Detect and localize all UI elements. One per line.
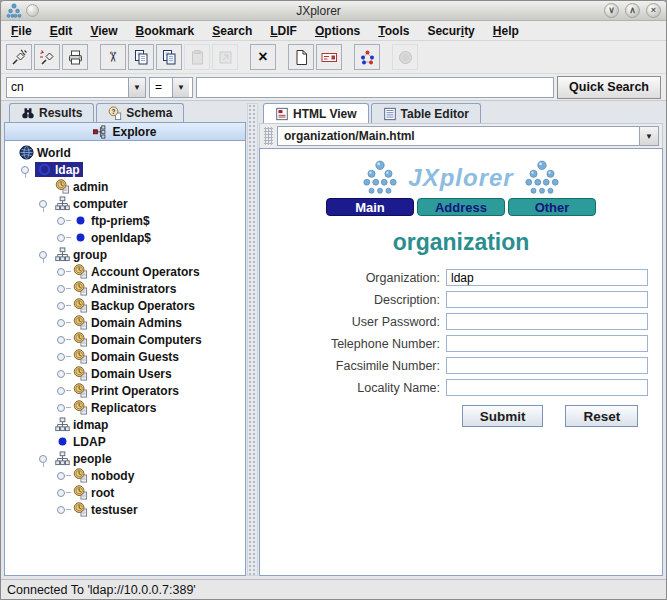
cut-icon: ✂: [107, 50, 119, 64]
minimize-button[interactable]: ∨: [604, 3, 619, 18]
tree-item-people[interactable]: people: [5, 450, 245, 467]
tree-expand-handle[interactable]: [53, 382, 71, 399]
tree-item-backup-operators[interactable]: Backup Operators: [5, 297, 245, 314]
tree-item-group[interactable]: group: [5, 246, 245, 263]
tab-explore[interactable]: Explore: [4, 122, 246, 141]
tree-expand-handle[interactable]: [53, 314, 71, 331]
tab-schema[interactable]: ? Schema: [96, 103, 184, 122]
tree-item-domain-users[interactable]: Domain Users: [5, 365, 245, 382]
tree-expand-handle[interactable]: [53, 331, 71, 348]
menu-tools[interactable]: Tools: [378, 24, 409, 38]
menu-file[interactable]: File: [11, 24, 32, 38]
search-operator-combo[interactable]: = ▼: [149, 77, 193, 98]
reset-button[interactable]: Reset: [565, 405, 638, 427]
tree-item-print-operators[interactable]: Print Operators: [5, 382, 245, 399]
menu-search[interactable]: Search: [212, 24, 252, 38]
menu-help[interactable]: Help: [493, 24, 519, 38]
stop-button[interactable]: [392, 44, 418, 70]
tab-html-view[interactable]: HTML View: [263, 103, 369, 123]
chevron-down-icon[interactable]: ▼: [128, 78, 145, 97]
print-button[interactable]: [62, 44, 88, 70]
user-node-icon: [72, 264, 88, 279]
search-attribute-combo[interactable]: ▼: [6, 77, 146, 98]
field-telephone-number[interactable]: [446, 335, 648, 352]
tree-expand-handle[interactable]: [53, 212, 71, 229]
tree-item-domain-guests[interactable]: Domain Guests: [5, 348, 245, 365]
tree-item-account-operators[interactable]: Account Operators: [5, 263, 245, 280]
menu-options[interactable]: Options: [315, 24, 360, 38]
tree-expand-handle[interactable]: [53, 467, 71, 484]
disconnect-button[interactable]: [34, 44, 60, 70]
search-attribute-input[interactable]: [7, 78, 128, 97]
window-title: JXplorer: [39, 4, 598, 18]
field-user-password[interactable]: [446, 313, 648, 330]
template-combo[interactable]: organization/Main.html ▼: [277, 126, 659, 146]
tab-table-editor[interactable]: Table Editor: [371, 103, 481, 123]
user-node-icon: [72, 468, 88, 483]
copy-dn-button[interactable]: [156, 44, 182, 70]
form-tab-main[interactable]: Main: [326, 198, 414, 216]
tree-item-world[interactable]: World: [5, 144, 245, 161]
delete-button[interactable]: ×: [250, 44, 276, 70]
chevron-down-icon[interactable]: ▼: [172, 78, 189, 97]
paste-alias-button[interactable]: [212, 44, 238, 70]
tree-expand-handle[interactable]: [53, 280, 71, 297]
field-description[interactable]: [446, 291, 648, 308]
tree-item-testuser[interactable]: testuser: [5, 501, 245, 518]
field-facsimile-number[interactable]: [446, 357, 648, 374]
menu-bookmark[interactable]: Bookmark: [136, 24, 195, 38]
tree-item-openldap[interactable]: openldap$: [5, 229, 245, 246]
tree-expand-handle[interactable]: [53, 501, 71, 518]
tree-item-administrators[interactable]: Administrators: [5, 280, 245, 297]
close-button[interactable]: ×: [646, 3, 661, 18]
tree-item-admin[interactable]: admin: [5, 178, 245, 195]
drag-handle[interactable]: [264, 127, 273, 145]
tree-expand-handle[interactable]: [53, 263, 71, 280]
tree-item-label: Administrators: [91, 282, 176, 296]
tree-item-nobody[interactable]: nobody: [5, 467, 245, 484]
maximize-button[interactable]: ∧: [625, 3, 640, 18]
tree-expand-handle[interactable]: [53, 297, 71, 314]
tree-item-computer[interactable]: computer: [5, 195, 245, 212]
tree-expand-handle[interactable]: [17, 161, 35, 178]
tab-results[interactable]: Results: [9, 103, 94, 122]
tree-expand-handle[interactable]: [35, 195, 53, 212]
tree-expand-handle[interactable]: [53, 365, 71, 382]
tree-item-idmap[interactable]: idmap: [5, 416, 245, 433]
menu-edit[interactable]: Edit: [50, 24, 73, 38]
connect-button[interactable]: [6, 44, 32, 70]
tree-item-ldap[interactable]: LDAP: [5, 433, 245, 450]
tree-expand-handle[interactable]: [53, 348, 71, 365]
submit-button[interactable]: Submit: [462, 405, 544, 427]
bookmark-button[interactable]: [354, 44, 380, 70]
window-menu-button[interactable]: [26, 4, 39, 17]
cut-button[interactable]: ✂: [100, 44, 126, 70]
tree-expand-handle[interactable]: [53, 399, 71, 416]
tree-expand-handle[interactable]: [35, 450, 53, 467]
quick-search-button[interactable]: Quick Search: [557, 76, 661, 99]
form-tab-address[interactable]: Address: [417, 198, 505, 216]
new-entry-button[interactable]: [288, 44, 314, 70]
form-tab-other[interactable]: Other: [508, 198, 596, 216]
tree-item-domain-computers[interactable]: Domain Computers: [5, 331, 245, 348]
tree-item-ftp-priem[interactable]: ftp-priem$: [5, 212, 245, 229]
tree-expand-handle[interactable]: [53, 229, 71, 246]
field-organization[interactable]: [446, 269, 648, 286]
tree-expand-handle[interactable]: [35, 246, 53, 263]
menu-view[interactable]: View: [90, 24, 117, 38]
menu-ldif[interactable]: LDIF: [270, 24, 297, 38]
tree-item-root[interactable]: root: [5, 484, 245, 501]
rename-button[interactable]: [316, 44, 342, 70]
tree-item-domain-admins[interactable]: Domain Admins: [5, 314, 245, 331]
search-query-input[interactable]: [196, 77, 554, 98]
field-locality-name[interactable]: [446, 379, 648, 396]
chevron-down-icon[interactable]: ▼: [639, 127, 658, 145]
menu-security[interactable]: Security: [427, 24, 474, 38]
tree-item-ldap[interactable]: ldap: [5, 161, 245, 178]
tree-item-replicators[interactable]: Replicators: [5, 399, 245, 416]
tree-item-label: idmap: [73, 418, 108, 432]
paste-button[interactable]: [184, 44, 210, 70]
tree-expand-handle[interactable]: [53, 484, 71, 501]
panel-splitter[interactable]: [247, 103, 258, 576]
copy-button[interactable]: [128, 44, 154, 70]
